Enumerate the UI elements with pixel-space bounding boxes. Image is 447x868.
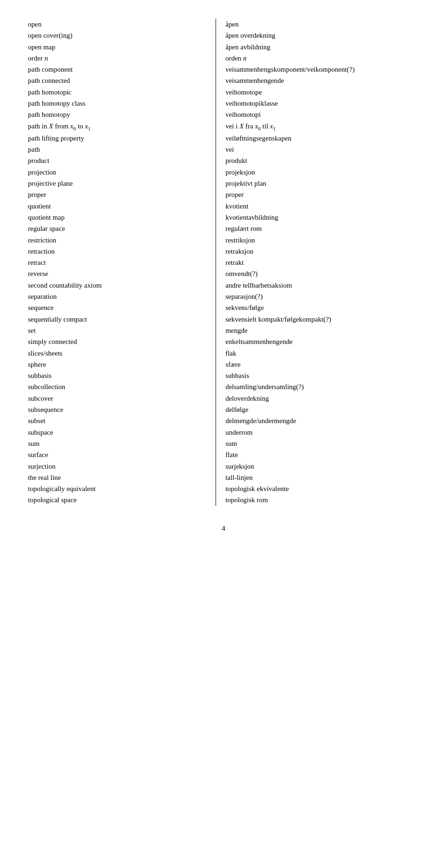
right-entry-topologisk-ekvivalente: topologisk ekvivalente	[225, 483, 419, 494]
left-entry-surjection: surjection	[28, 461, 206, 472]
right-entry-sfaere: sfære	[225, 359, 419, 370]
left-entry-proper: proper	[28, 189, 206, 200]
left-entry-path: path	[28, 144, 206, 155]
page: openopen cover(ing)open maporder npath c…	[0, 0, 447, 868]
left-entry-subcover: subcover	[28, 393, 206, 404]
left-entry-subset: subset	[28, 415, 206, 426]
left-entry-order-n: order n	[28, 53, 206, 64]
left-entry-sequentially-compact: sequentially compact	[28, 314, 206, 325]
right-entry-topologisk-rom: topologisk rom	[225, 494, 419, 505]
right-entry-restriksjon: restriksjon	[225, 235, 419, 246]
left-entry-quotient: quotient	[28, 201, 206, 212]
right-entry-separasjon: separasjon(?)	[225, 291, 419, 302]
left-column: openopen cover(ing)open maporder npath c…	[28, 19, 216, 506]
left-entry-the-real-line: the real line	[28, 472, 206, 483]
right-entry-flate: flate	[225, 449, 419, 460]
right-entry-kvotient: kvotient	[225, 201, 419, 212]
left-entry-path-lifting-property: path lifting property	[28, 133, 206, 144]
left-entry-set: set	[28, 325, 206, 336]
right-entry-delsamling: delsamling/undersamling(?)	[225, 381, 419, 392]
left-entry-path-homotopy-class: path homotopy class	[28, 98, 206, 109]
right-entry-retraksjon: retraksjon	[225, 246, 419, 257]
right-entry-veihomotopiklasse: veihomotopiklasse	[225, 98, 419, 109]
left-entry-open: open	[28, 19, 206, 30]
right-entry-veisammenhengskomponent: veisammenhengskomponent/veikomponent(?)	[225, 64, 419, 75]
left-entry-simply-connected: simply connected	[28, 336, 206, 347]
left-entry-open-covering: open cover(ing)	[28, 30, 206, 41]
right-entry-tall-linjen: tall-linjen	[225, 472, 419, 483]
right-entry-sekvens-folge: sekvens/følge	[225, 302, 419, 313]
left-entry-subcollection: subcollection	[28, 381, 206, 392]
left-entry-topological-space: topological space	[28, 494, 206, 505]
right-entry-sum-no: sum	[225, 438, 419, 449]
right-entry-projeksjon: projeksjon	[225, 167, 419, 178]
left-entry-reverse: reverse	[28, 268, 206, 279]
left-entry-path-connected: path connected	[28, 75, 206, 86]
page-number: 4	[28, 525, 419, 532]
right-entry-enkeltsammenhengende: enkeltsammenhengende	[225, 336, 419, 347]
left-entry-path-in-x: path in X from x0 to x1	[28, 121, 206, 133]
left-entry-path-homotopic: path homotopic	[28, 87, 206, 98]
right-entry-apen-overdekning: åpen overdekning	[225, 30, 419, 41]
right-entry-vei-i-x: vei i X fra x0 til x1	[225, 121, 419, 133]
right-entry-flak: flak	[225, 348, 419, 359]
left-entry-projection: projection	[28, 167, 206, 178]
content-area: openopen cover(ing)open maporder npath c…	[28, 19, 419, 506]
right-entry-veihomotope: veihomotope	[225, 87, 419, 98]
left-entry-surface: surface	[28, 449, 206, 460]
right-entry-andre-tellbarhetsaksiom: andre tellbarhetsaksiom	[225, 280, 419, 291]
left-entry-regular-space: regular space	[28, 223, 206, 234]
left-entry-subsequence: subsequence	[28, 404, 206, 415]
right-entry-veihomotopi: veihomotopi	[225, 109, 419, 120]
right-entry-omvendt: omvendt(?)	[225, 268, 419, 279]
right-entry-delmengde: delmengde/undermengde	[225, 415, 419, 426]
right-entry-subbasis-no: subbasis	[225, 370, 419, 381]
right-entry-sekvensielt-kompakt: sekvensielt kompakt/følgekompakt(?)	[225, 314, 419, 325]
right-entry-veiloftningsegenskapen: veiløftningsegenskapen	[225, 133, 419, 144]
left-entry-retraction: retraction	[28, 246, 206, 257]
right-entry-underrom: underrom	[225, 427, 419, 438]
left-entry-second-countability-axiom: second countability axiom	[28, 280, 206, 291]
right-entry-surjeksjon: surjeksjon	[225, 461, 419, 472]
left-entry-open-map: open map	[28, 41, 206, 53]
right-entry-regulaert-rom: regulært rom	[225, 223, 419, 234]
left-entry-separation: separation	[28, 291, 206, 302]
right-entry-retrakt: retrakt	[225, 257, 419, 268]
left-entry-path-component: path component	[28, 64, 206, 75]
right-entry-orden-n: orden n	[225, 53, 419, 64]
left-entry-path-homotopy: path homotopy	[28, 109, 206, 120]
right-entry-veisammenhengende: veisammenhengende	[225, 75, 419, 86]
left-entry-retract: retract	[28, 257, 206, 268]
right-entry-proper-no: proper	[225, 189, 419, 200]
left-entry-subbasis: subbasis	[28, 370, 206, 381]
left-entry-sequence: sequence	[28, 302, 206, 313]
right-entry-apen-avbildning: åpen avbildning	[225, 41, 419, 53]
left-entry-topologically-equivalent: topologically equivalent	[28, 483, 206, 494]
right-entry-apen: åpen	[225, 19, 419, 30]
left-entry-projective-plane: projective plane	[28, 178, 206, 189]
left-entry-quotient-map: quotient map	[28, 212, 206, 223]
left-entry-sphere: sphere	[28, 359, 206, 370]
left-entry-subspace: subspace	[28, 427, 206, 438]
right-entry-produkt: produkt	[225, 155, 419, 166]
left-entry-product: product	[28, 155, 206, 166]
left-entry-slices-sheets: slices/sheets	[28, 348, 206, 359]
right-entry-delfolge: delfølge	[225, 404, 419, 415]
right-entry-mengde: mengde	[225, 325, 419, 336]
right-entry-deloverdekning: deloverdekning	[225, 393, 419, 404]
right-entry-vei: vei	[225, 144, 419, 155]
right-entry-projektivt-plan: projektivt plan	[225, 178, 419, 189]
left-entry-sum: sum	[28, 438, 206, 449]
left-entry-restriction: restriction	[28, 235, 206, 246]
right-column: åpenåpen overdekningåpen avbildningorden…	[216, 19, 419, 506]
right-entry-kvotientavbildning: kvotientavbildning	[225, 212, 419, 223]
